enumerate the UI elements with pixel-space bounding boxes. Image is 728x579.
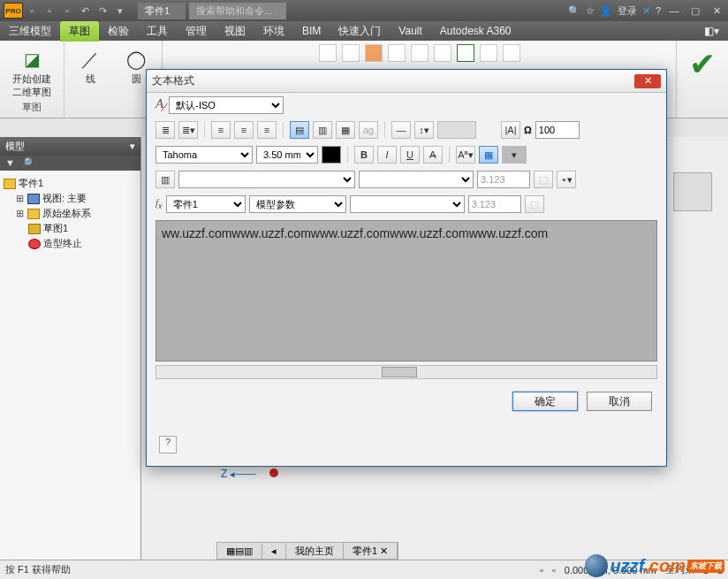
stretch-input[interactable] <box>535 121 580 139</box>
qat-open-icon[interactable]: ▫ <box>42 3 57 19</box>
tree-end[interactable]: 造型终止 <box>4 236 137 251</box>
x-icon[interactable]: ✕ <box>642 5 650 17</box>
pattern-icon[interactable] <box>503 44 520 62</box>
finish-sketch-button[interactable]: ✔ <box>684 44 721 85</box>
cancel-button[interactable]: 取消 <box>587 392 652 411</box>
scrollbar-thumb[interactable] <box>382 367 417 377</box>
login-link[interactable]: 登录 <box>618 4 637 18</box>
help-icon[interactable]: ? <box>656 5 661 16</box>
tree-root[interactable]: 零件1 <box>4 176 137 191</box>
underline-button[interactable]: U <box>400 146 420 164</box>
bg-button[interactable]: ag <box>359 121 378 139</box>
horizontal-scrollbar[interactable] <box>155 365 657 379</box>
tab-env[interactable]: 环境 <box>254 21 293 42</box>
highlight-button[interactable]: ▦ <box>479 146 498 164</box>
source-part-select[interactable]: 零件1 <box>166 195 246 213</box>
strike-button[interactable]: A̶ <box>423 146 443 164</box>
precision2-input[interactable] <box>468 195 521 213</box>
tab-tools[interactable]: 工具 <box>138 21 177 42</box>
app-icon[interactable]: PRO <box>4 3 23 19</box>
qat-new-icon[interactable]: ▫ <box>24 3 40 19</box>
align-right-button[interactable]: ≡ <box>257 121 277 139</box>
param-name-select[interactable] <box>359 171 474 188</box>
size-select[interactable]: 3.50 mm <box>256 146 318 164</box>
case-button[interactable]: Aª▾ <box>456 146 475 164</box>
document-tab[interactable]: 零件1 <box>138 3 186 19</box>
spacing-dropdown[interactable]: ↕▾ <box>414 121 434 139</box>
qat-redo-icon[interactable]: ↷ <box>95 3 110 19</box>
search-go-icon[interactable]: 🔍 <box>568 5 580 17</box>
binoculars-icon[interactable]: 🔎 <box>20 157 33 169</box>
param-category-select[interactable] <box>178 171 355 188</box>
number-list-button[interactable]: ≣▾ <box>178 121 198 139</box>
valign-bot-button[interactable]: ▦ <box>336 121 355 139</box>
tab-getstarted[interactable]: 快速入门 <box>330 21 390 42</box>
status-icon[interactable]: ▫ <box>540 565 543 575</box>
param-value-select[interactable] <box>350 195 465 213</box>
expand-icon[interactable]: ⊞ <box>16 208 25 219</box>
rect-icon[interactable] <box>319 44 337 62</box>
align-left-button[interactable]: ≡ <box>211 121 231 139</box>
constraint-icon[interactable] <box>480 44 497 62</box>
project-icon[interactable] <box>365 44 383 62</box>
tree-sketch1[interactable]: 草图1 <box>4 221 137 236</box>
text-content-area[interactable]: ww.uzzf.comwww.uzzf.comwww.uzzf.comwww.u… <box>155 220 657 362</box>
dialog-titlebar[interactable]: 文本格式 ✕ <box>147 70 666 93</box>
valign-mid-button[interactable]: ▥ <box>313 121 332 139</box>
dialog-help-button[interactable]: ? <box>159 436 177 453</box>
width-swatch[interactable] <box>437 121 476 139</box>
align-center-button[interactable]: ≡ <box>234 121 254 139</box>
font-select[interactable]: Tahoma <box>155 146 253 164</box>
tab-a360[interactable]: Autodesk A360 <box>431 22 520 40</box>
tab-layout-icons[interactable]: ▦▤▥ <box>217 544 262 559</box>
minimize-button[interactable]: — <box>666 5 682 16</box>
tab-part1[interactable]: 零件1 ✕ <box>344 543 398 560</box>
user-icon[interactable]: 👤 <box>600 5 612 17</box>
precision1-input[interactable] <box>477 171 530 188</box>
tree-view[interactable]: ⊞ 视图: 主要 <box>4 191 137 206</box>
tab-manage[interactable]: 管理 <box>177 21 216 42</box>
dialog-close-button[interactable]: ✕ <box>634 74 661 88</box>
filter-icon[interactable]: ▼ <box>5 157 15 169</box>
dimension-icon[interactable] <box>457 44 474 62</box>
text-style-select[interactable]: 默认-ISO <box>169 96 284 114</box>
copy-icon[interactable] <box>411 44 428 62</box>
line-button[interactable]: ／线 <box>72 44 109 88</box>
tab-3dmodel[interactable]: 三维模型 <box>0 21 60 42</box>
italic-button[interactable]: I <box>377 146 397 164</box>
text-color-swatch[interactable] <box>322 146 341 164</box>
qat-more-icon[interactable]: ▾ <box>112 3 128 19</box>
insert-fx-button[interactable]: ⬚ <box>525 195 544 213</box>
qat-save-icon[interactable]: ▫ <box>59 3 75 19</box>
param-type-select[interactable]: 模型参数 <box>249 195 346 213</box>
fillet-icon[interactable] <box>342 44 360 62</box>
insert-param-button[interactable]: ⬚ <box>534 171 553 188</box>
tab-vault[interactable]: Vault <box>390 22 430 40</box>
star-icon[interactable]: ☆ <box>586 5 595 17</box>
help-search-input[interactable]: 搜索帮助和命令... <box>189 3 286 19</box>
tab-bim[interactable]: BIM <box>293 22 330 40</box>
restore-button[interactable]: ▢ <box>687 5 703 17</box>
tab-nav-prev[interactable]: ◂ <box>262 544 286 559</box>
ok-button[interactable]: 确定 <box>512 392 578 411</box>
ribbon-collapse-icon[interactable]: ◧▾ <box>695 22 728 40</box>
tree-origin[interactable]: ⊞原始坐标系 <box>4 206 137 221</box>
bold-button[interactable]: B <box>354 146 374 164</box>
close-button[interactable]: ✕ <box>709 5 724 17</box>
start-sketch-button[interactable]: ◪ 开始创建 二维草图 <box>7 44 57 101</box>
model-panel-dropdown-icon[interactable]: ▾ <box>130 141 135 152</box>
line-spacing-button[interactable]: — <box>391 121 411 139</box>
column-icon[interactable]: ▥ <box>155 171 175 188</box>
valign-top-button[interactable]: ▤ <box>290 121 309 139</box>
status-icon[interactable]: ▫ <box>552 565 556 575</box>
tab-home[interactable]: 我的主页 <box>286 543 344 560</box>
expand-icon[interactable]: ⊞ <box>16 193 25 204</box>
tab-view[interactable]: 视图 <box>216 21 254 42</box>
rotate-icon[interactable] <box>434 44 451 62</box>
deg-button[interactable]: ∘▾ <box>557 171 576 188</box>
move-icon[interactable] <box>388 44 406 62</box>
qat-undo-icon[interactable]: ↶ <box>77 3 93 19</box>
viewcube[interactable] <box>673 172 712 211</box>
tab-sketch[interactable]: 草图 <box>60 21 99 42</box>
tab-inspect[interactable]: 检验 <box>99 21 138 42</box>
